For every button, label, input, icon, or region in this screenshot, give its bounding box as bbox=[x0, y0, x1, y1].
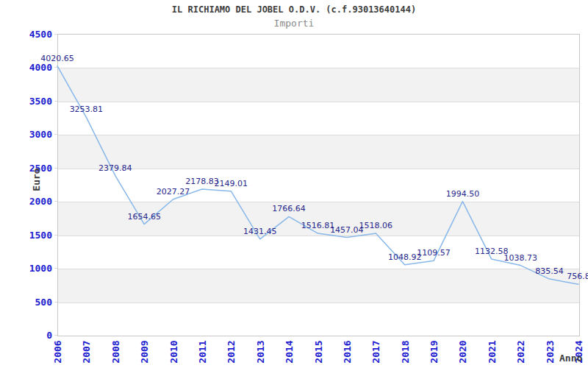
data-point-label: 2379.84 bbox=[98, 163, 132, 173]
data-point-label: 756.8 bbox=[567, 272, 588, 281]
x-tick-label: 2010 bbox=[168, 340, 179, 363]
x-tick-label: 2016 bbox=[341, 340, 352, 363]
x-tick-label: 2009 bbox=[139, 340, 150, 363]
data-point-label: 1766.64 bbox=[272, 204, 306, 213]
x-tick-label: 2015 bbox=[312, 340, 323, 363]
x-tick-label: 2008 bbox=[110, 340, 121, 363]
data-point-label: 1038.73 bbox=[503, 253, 537, 263]
data-point-label: 1518.06 bbox=[359, 221, 393, 230]
y-tick-label: 1500 bbox=[0, 229, 52, 240]
y-axis-tick bbox=[54, 34, 57, 35]
y-tick-label: 2000 bbox=[0, 196, 52, 207]
data-point-label: 1994.50 bbox=[446, 189, 480, 199]
y-axis-tick bbox=[54, 235, 57, 236]
y-tick-label: 3000 bbox=[0, 129, 52, 140]
x-tick-label: 2011 bbox=[196, 340, 207, 363]
x-tick-label: 2019 bbox=[429, 340, 440, 363]
y-axis-tick bbox=[54, 268, 57, 269]
data-point-label: 2027.27 bbox=[157, 187, 190, 197]
y-tick-label: 4500 bbox=[0, 29, 52, 40]
data-point-label: 1654.65 bbox=[127, 212, 161, 222]
y-axis-tick bbox=[54, 302, 57, 302]
data-point-label: 1431.45 bbox=[243, 227, 277, 236]
x-tick-label: 2014 bbox=[284, 340, 295, 363]
x-tick-label: 2007 bbox=[81, 340, 92, 363]
x-tick-label: 2017 bbox=[370, 340, 381, 363]
y-tick-label: 1000 bbox=[0, 263, 52, 274]
y-axis-title: Euro bbox=[31, 168, 42, 191]
x-tick-label: 2022 bbox=[515, 340, 526, 363]
x-tick-label: 2018 bbox=[399, 340, 410, 363]
y-tick-label: 3500 bbox=[0, 95, 52, 106]
data-point-label: 3253.81 bbox=[70, 105, 104, 114]
y-tick-label: 2500 bbox=[0, 162, 52, 173]
y-axis-tick bbox=[54, 201, 57, 202]
y-axis-tick bbox=[54, 134, 57, 135]
y-axis-tick bbox=[54, 67, 57, 68]
x-tick-label: 2023 bbox=[544, 340, 555, 363]
y-tick-label: 500 bbox=[0, 296, 52, 307]
y-axis-tick bbox=[54, 101, 57, 102]
line-chart: IL RICHIAMO DEL JOBEL O.D.V. (c.f.930136… bbox=[0, 0, 588, 368]
x-axis-title: Anno bbox=[559, 353, 582, 364]
y-axis-tick bbox=[54, 168, 57, 169]
x-tick-label: 2006 bbox=[52, 340, 63, 363]
y-tick-label: 4000 bbox=[0, 62, 52, 73]
data-line-layer bbox=[0, 0, 588, 368]
x-tick-label: 2021 bbox=[486, 340, 497, 363]
y-axis-tick bbox=[54, 335, 57, 336]
data-point-label: 4020.65 bbox=[40, 54, 74, 63]
data-point-label: 835.54 bbox=[535, 266, 564, 276]
y-tick-label: 0 bbox=[0, 330, 52, 341]
x-tick-label: 2012 bbox=[226, 340, 237, 363]
data-point-label: 2149.01 bbox=[215, 179, 248, 188]
x-tick-label: 2013 bbox=[254, 340, 265, 363]
x-tick-label: 2020 bbox=[457, 340, 468, 363]
data-point-label: 1109.57 bbox=[417, 248, 451, 258]
